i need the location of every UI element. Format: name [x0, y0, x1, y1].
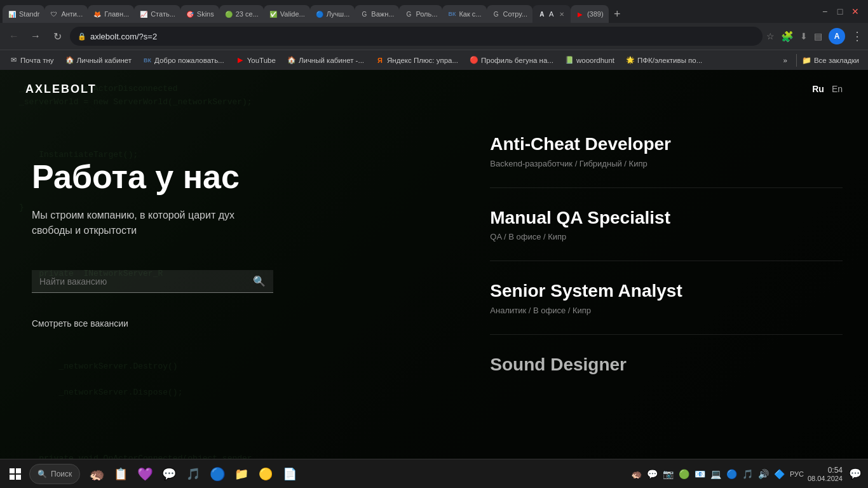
bookmark-vk[interactable]: ВК Добро пожаловать... — [138, 54, 229, 67]
bookmark-woordhunt[interactable]: 📗 wooordhunt — [560, 54, 620, 67]
job-divider-1 — [490, 187, 843, 188]
job-item-1[interactable]: Anti-Cheat Developer Backend-разработчик… — [490, 133, 843, 168]
tab-label-7: Valide... — [280, 10, 305, 18]
tab-7[interactable]: ✅ Valide... — [264, 5, 310, 23]
tab-1[interactable]: 📊 Standr — [3, 5, 44, 23]
bookmarks-all-button[interactable]: 📁 Все закладки — [796, 54, 864, 67]
tab-label-8: Лучш... — [327, 10, 350, 18]
bookmark-woordhunt-label: wooordhunt — [576, 57, 614, 64]
bookmark-runner-favicon: 🔴 — [470, 56, 478, 65]
extensions-icon[interactable]: 🧩 — [781, 30, 794, 43]
tab-11[interactable]: ВК Как с... — [442, 5, 486, 23]
tab-label-3: Главн... — [104, 10, 129, 18]
search-bar[interactable]: 🔍 — [32, 270, 273, 293]
maximize-button[interactable]: □ — [835, 6, 845, 17]
bookmark-woordhunt-favicon: 📗 — [565, 56, 574, 65]
language-tray[interactable]: РУС — [790, 470, 804, 478]
forward-button[interactable]: → — [27, 27, 44, 45]
tab-close-13[interactable]: ✕ — [558, 10, 566, 18]
tab-10[interactable]: G Роль... — [399, 5, 442, 23]
lang-en[interactable]: En — [832, 84, 843, 94]
profile-icon[interactable]: A — [829, 28, 845, 44]
sidebar-icon[interactable]: ▤ — [814, 31, 822, 41]
taskbar-item-music[interactable]: 🎵 — [182, 463, 205, 485]
tab-4[interactable]: 📈 Стать... — [134, 5, 180, 23]
start-button[interactable] — [4, 463, 27, 485]
bookmark-yandex[interactable]: Я Яндекс Плюс: упра... — [370, 54, 463, 67]
site-logo[interactable]: AXLEBOLT — [25, 83, 97, 96]
main-content: Работа у нас Мы строим компанию, в котор… — [0, 108, 868, 459]
close-button[interactable]: ✕ — [850, 6, 860, 17]
taskbar-item-word[interactable]: 📄 — [278, 463, 301, 485]
notification-icon[interactable]: 💬 — [846, 465, 864, 482]
job-meta-1: Backend-разработчик / Гибридный / Кипр — [490, 159, 843, 168]
job-item-4[interactable]: Sound Designer — [490, 354, 843, 379]
job-item-2[interactable]: Manual QA Specialist QA / В офисе / Кипр — [490, 207, 843, 242]
tray-icon-volume[interactable]: 🔊 — [757, 468, 770, 480]
job-divider-3 — [490, 334, 843, 335]
reload-button[interactable]: ↻ — [48, 27, 66, 45]
tab-6[interactable]: 🟢 23 се... — [219, 5, 264, 23]
bookmark-vk-label: Добро пожаловать... — [154, 57, 224, 64]
tab-12[interactable]: G Сотру... — [487, 5, 532, 23]
bookmark-cabinet[interactable]: 🏠 Личный кабинет — [60, 54, 137, 67]
download-icon[interactable]: ⬇ — [800, 31, 808, 41]
language-switcher: Ru En — [812, 84, 843, 94]
search-icon[interactable]: 🔍 — [253, 275, 266, 287]
tab-9[interactable]: G Важн... — [355, 5, 399, 23]
tray-icon-4[interactable]: 🟢 — [677, 468, 691, 480]
back-button[interactable]: ← — [5, 27, 23, 45]
bookmark-mail-label: Почта тну — [20, 57, 54, 64]
tray-icon-7[interactable]: 🔵 — [725, 468, 738, 480]
tray-icon-1[interactable]: 🦔 — [630, 468, 643, 480]
taskbar-item-chat[interactable]: 💬 — [158, 463, 180, 485]
taskbar-item-explorer[interactable]: 📁 — [230, 463, 253, 485]
tray-icon-8[interactable]: 🎵 — [741, 468, 754, 480]
tab-3[interactable]: 🦊 Главн... — [88, 5, 134, 23]
tray-icon-5[interactable]: 📧 — [693, 468, 707, 480]
bookmark-star-icon[interactable]: ☆ — [766, 31, 775, 41]
bookmark-mail[interactable]: ✉ Почта тну — [4, 54, 59, 67]
bookmarks-more-button[interactable]: » — [778, 55, 792, 66]
menu-icon[interactable]: ⋮ — [851, 29, 863, 43]
tab-13[interactable]: A A ✕ — [532, 5, 571, 23]
tab-label-1: Standr — [19, 10, 39, 18]
bookmark-runner-label: Профиль бегуна на... — [481, 57, 553, 64]
bookmark-cabinet-label: Личный кабинет — [77, 57, 132, 64]
tabs-area: 📊 Standr 🛡 Анти... 🦊 Главн... 📈 Стать...… — [3, 0, 815, 23]
search-input[interactable] — [39, 276, 253, 287]
browser-frame: 📊 Standr 🛡 Анти... 🦊 Главн... 📈 Стать...… — [0, 0, 868, 488]
tray-icon-3[interactable]: 📷 — [661, 468, 675, 480]
taskbar-item-hedgehog[interactable]: 🦔 — [85, 463, 108, 485]
clock-area[interactable]: 0:54 08.04.2024 — [808, 466, 843, 482]
tab-label-5: Skins — [197, 10, 214, 18]
bookmark-youtube[interactable]: ▶ YouTube — [231, 54, 281, 67]
tab-8[interactable]: 🔵 Лучш... — [310, 5, 355, 23]
job-item-3[interactable]: Senior System Analyst Аналитик / В офисе… — [490, 280, 843, 315]
bookmark-cabinet2[interactable]: 🏠 Личный кабинет -... — [282, 54, 369, 67]
taskbar-search[interactable]: 🔍 Поиск — [29, 464, 80, 484]
bookmark-runner[interactable]: 🔴 Профиль бегуна на... — [465, 54, 559, 67]
taskbar-item-yandex[interactable]: 🟡 — [254, 463, 277, 485]
tab-label-13: A — [549, 10, 553, 18]
taskbar-item-task[interactable]: 📋 — [109, 463, 132, 485]
left-panel: Работа у нас Мы строим компанию, в котор… — [0, 108, 477, 459]
taskbar: 🔍 Поиск 🦔 📋 💜 💬 🎵 🔵 📁 🟡 📄 🦔 💬 📷 🟢 📧 💻 🔵 — [0, 459, 868, 488]
minimize-button[interactable]: − — [820, 6, 830, 17]
tray-icon-bluetooth[interactable]: 🔷 — [773, 468, 786, 480]
tab-favicon-6: 🟢 — [224, 10, 233, 18]
bookmark-pfc[interactable]: 🌟 ПФК/элективы по... — [621, 54, 707, 67]
taskbar-item-discord[interactable]: 💜 — [133, 463, 156, 485]
svg-rect-1 — [16, 468, 21, 473]
tray-icon-6[interactable]: 💻 — [709, 468, 722, 480]
tab-14[interactable]: ▶ (389) — [571, 5, 609, 23]
address-input-wrap[interactable]: 🔒 axlebolt.com/?s=2 — [70, 27, 763, 46]
new-tab-button[interactable]: + — [609, 5, 628, 23]
view-all-link[interactable]: Смотреть все вакансии — [32, 318, 452, 329]
taskbar-item-chrome[interactable]: 🔵 — [206, 463, 229, 485]
tray-icon-2[interactable]: 💬 — [646, 468, 659, 480]
tab-favicon-11: ВК — [447, 10, 456, 18]
tab-2[interactable]: 🛡 Анти... — [44, 5, 88, 23]
lang-ru[interactable]: Ru — [812, 84, 824, 94]
tab-5[interactable]: 🎯 Skins — [180, 5, 219, 23]
